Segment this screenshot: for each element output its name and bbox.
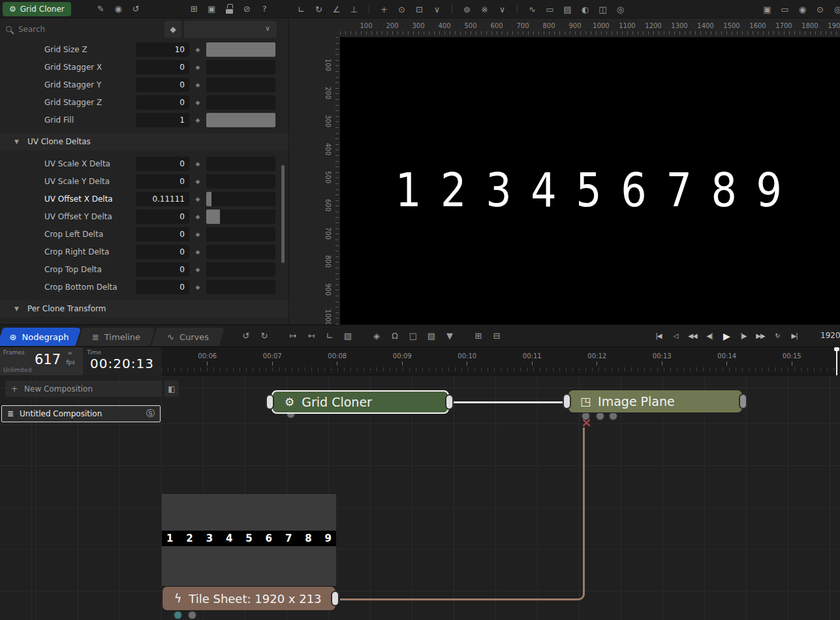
- tab-timeline[interactable]: ≣ Timeline: [80, 328, 153, 346]
- image-plane-input-port[interactable]: [563, 394, 571, 409]
- value-field[interactable]: 0.11111: [136, 192, 189, 206]
- visibility-icon[interactable]: ◉: [110, 2, 127, 16]
- magnet-icon[interactable]: Ω: [386, 329, 404, 343]
- value-slider[interactable]: [206, 78, 275, 92]
- keyframe-diamond-icon[interactable]: ◆: [189, 99, 206, 106]
- jump-end-button[interactable]: ▶|: [786, 328, 803, 344]
- panel-scrollbar[interactable]: [281, 165, 285, 263]
- orbit-icon[interactable]: ↻: [310, 2, 328, 16]
- grid-cloner-input-port[interactable]: [266, 394, 274, 410]
- value-field[interactable]: 0: [136, 245, 189, 259]
- loop-button[interactable]: ↻: [769, 328, 786, 344]
- image-plane-output-port[interactable]: [739, 394, 747, 409]
- step-back-button[interactable]: ◀|: [701, 328, 718, 344]
- value-slider[interactable]: [206, 174, 275, 189]
- disable-icon[interactable]: ⊘: [238, 2, 256, 16]
- value-slider[interactable]: [206, 209, 275, 224]
- layout-split-icon[interactable]: ⊞: [469, 329, 488, 343]
- paint-icon[interactable]: ▨: [422, 329, 441, 343]
- help-icon[interactable]: ?: [256, 2, 273, 16]
- filter-button[interactable]: ◆: [164, 21, 181, 38]
- layout-single-icon[interactable]: ⊟: [488, 329, 506, 343]
- keyframe-diamond-icon[interactable]: ◆: [189, 284, 206, 290]
- search-input[interactable]: [18, 22, 149, 37]
- tile-sheet-bottom-port-1[interactable]: [173, 610, 183, 620]
- nav-wheel-icon[interactable]: ◎: [612, 2, 629, 16]
- active-layer-pill[interactable]: ⚙ Grid Cloner: [3, 2, 71, 16]
- rotate-tool-icon[interactable]: ⊙: [393, 2, 411, 16]
- tile-sheet-bottom-port-2[interactable]: [187, 610, 197, 620]
- value-slider[interactable]: [206, 95, 275, 110]
- keyframe-diamond-icon[interactable]: ◆: [189, 213, 206, 220]
- tab-nodegraph[interactable]: ⊛ Nodegraph: [0, 328, 78, 346]
- new-composition-button[interactable]: + New Composition: [5, 380, 162, 397]
- value-field[interactable]: 1: [136, 113, 189, 127]
- value-field[interactable]: 0: [136, 95, 189, 110]
- value-field[interactable]: 0: [136, 262, 189, 277]
- preset-dropdown[interactable]: ∨: [184, 21, 277, 38]
- value-slider[interactable]: [206, 157, 275, 171]
- keyframe-diamond-icon[interactable]: ◆: [189, 117, 206, 123]
- value-slider[interactable]: [206, 60, 275, 74]
- chevron-down-icon[interactable]: ∨: [428, 2, 446, 16]
- box-select-icon[interactable]: □: [404, 329, 422, 343]
- value-slider[interactable]: [206, 192, 275, 206]
- stamp-icon[interactable]: ▼: [441, 329, 459, 343]
- rewind-button[interactable]: ◀◀: [684, 328, 701, 344]
- render-canvas[interactable]: 123456789: [340, 37, 840, 324]
- cube-icon[interactable]: ◫: [594, 2, 612, 16]
- camera-icon[interactable]: ▣: [758, 2, 776, 16]
- value-slider[interactable]: [206, 245, 275, 259]
- aperture-icon[interactable]: ⊙: [811, 2, 829, 16]
- frames-icon[interactable]: ▤: [559, 2, 576, 16]
- node-tile-sheet[interactable]: ϟ Tile Sheet: 1920 x 213: [162, 586, 336, 611]
- keyframe-diamond-icon[interactable]: ◆: [189, 266, 206, 273]
- value-field[interactable]: 0: [136, 78, 189, 92]
- marquee-icon[interactable]: ▧: [339, 329, 357, 343]
- panorama-icon[interactable]: ▭: [776, 2, 794, 16]
- keyframe-diamond-icon[interactable]: ◆: [189, 249, 206, 255]
- value-field[interactable]: 0: [136, 157, 189, 171]
- record-icon[interactable]: ◉: [794, 2, 811, 16]
- corner-pin-icon[interactable]: ∟: [320, 329, 339, 343]
- import-icon[interactable]: ↦: [284, 329, 302, 343]
- panel-toggle-button[interactable]: ◧: [164, 380, 179, 397]
- undo-icon[interactable]: ↺: [237, 329, 255, 343]
- solo-badge-icon[interactable]: Ⓢ: [146, 408, 155, 420]
- tab-curves[interactable]: ∿ Curves: [154, 328, 222, 346]
- save-icon[interactable]: ▣: [203, 2, 221, 16]
- keyframe-diamond-icon[interactable]: ◆: [189, 231, 206, 238]
- keyframe-diamond-icon[interactable]: ◆: [189, 46, 206, 53]
- value-slider[interactable]: [206, 262, 275, 277]
- value-slider[interactable]: [206, 227, 275, 241]
- keyframe-diamond-icon[interactable]: ◆: [189, 178, 206, 185]
- value-slider[interactable]: [206, 280, 275, 294]
- value-field[interactable]: 0: [136, 174, 189, 189]
- composition-list-item[interactable]: ≣ Untitled Composition Ⓢ: [1, 405, 161, 422]
- dial-icon[interactable]: ◎: [829, 2, 840, 16]
- value-field[interactable]: 0: [136, 227, 189, 241]
- axes-3d-icon[interactable]: ⊥: [345, 2, 363, 16]
- keyframe-diamond-icon[interactable]: ◆: [189, 196, 206, 202]
- tile-sheet-output-port[interactable]: [331, 591, 339, 606]
- wand-chevron-icon[interactable]: ∨: [493, 2, 511, 16]
- value-slider[interactable]: [206, 113, 275, 127]
- section-uv-clone-deltas[interactable]: ▼ UV Clone Deltas: [0, 133, 288, 150]
- timeline-ruler[interactable]: 00:06 00:07 00:08 00:09: [161, 347, 840, 375]
- section-per-clone-transform[interactable]: ▼ Per Clone Transform: [0, 300, 288, 317]
- scale-tool-icon[interactable]: ⊡: [411, 2, 428, 16]
- axes-2d-icon[interactable]: ∠: [328, 2, 345, 16]
- value-field[interactable]: 0: [136, 60, 189, 74]
- value-field[interactable]: 0: [136, 280, 189, 294]
- curve-icon[interactable]: ∿: [523, 2, 541, 16]
- play-button[interactable]: ▶: [718, 328, 735, 344]
- end-frame-value[interactable]: 1920: [820, 331, 840, 340]
- sphere-icon[interactable]: ◐: [576, 2, 594, 16]
- node-image-plane[interactable]: ◳ Image Plane: [568, 390, 743, 413]
- export-icon[interactable]: ↤: [302, 329, 320, 343]
- keyframe-diamond-icon[interactable]: ◆: [189, 161, 206, 167]
- keyframe-diamond-icon[interactable]: ◆: [189, 64, 206, 70]
- value-field[interactable]: 10: [136, 42, 189, 57]
- jump-start-button[interactable]: |◀: [650, 328, 667, 344]
- node-grid-cloner[interactable]: ⚙ Grid Cloner: [272, 390, 449, 414]
